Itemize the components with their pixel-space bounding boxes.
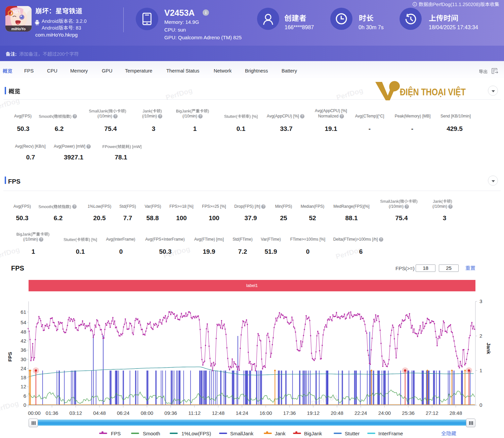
svg-text:12:48: 12:48 <box>212 410 225 416</box>
svg-text:08:00: 08:00 <box>141 410 154 416</box>
svg-text:61: 61 <box>20 309 26 315</box>
svg-text:18: 18 <box>20 375 26 380</box>
svg-text:Jank: Jank <box>486 343 492 354</box>
svg-text:27:12: 27:12 <box>426 410 438 416</box>
svg-text:24:00: 24:00 <box>378 410 391 416</box>
svg-text:28:48: 28:48 <box>450 410 462 416</box>
svg-text:16:00: 16:00 <box>259 410 272 416</box>
svg-text:22:24: 22:24 <box>354 410 367 416</box>
svg-text:6: 6 <box>24 393 26 399</box>
svg-text:54: 54 <box>20 320 26 325</box>
svg-text:FPS: FPS <box>7 352 13 361</box>
svg-text:14:24: 14:24 <box>236 410 248 416</box>
svg-text:24: 24 <box>20 366 26 371</box>
svg-text:25:36: 25:36 <box>402 410 415 416</box>
svg-text:30: 30 <box>20 356 26 362</box>
svg-text:ĐIỆN THOẠI VIỆT: ĐIỆN THOẠI VIỆT <box>400 86 466 97</box>
svg-text:0: 0 <box>479 402 482 408</box>
svg-text:04:48: 04:48 <box>93 410 106 416</box>
svg-text:06:24: 06:24 <box>117 410 130 416</box>
svg-text:01:36: 01:36 <box>46 410 58 416</box>
svg-text:17:36: 17:36 <box>283 410 296 416</box>
svg-text:3: 3 <box>479 298 482 304</box>
svg-text:48: 48 <box>20 329 26 335</box>
svg-text:11:12: 11:12 <box>188 410 201 416</box>
svg-text:12: 12 <box>20 384 26 389</box>
svg-text:miHoYo: miHoYo <box>11 27 26 31</box>
svg-text:09:36: 09:36 <box>164 410 177 416</box>
svg-text:19:12: 19:12 <box>307 410 320 416</box>
svg-text:2: 2 <box>479 333 482 339</box>
svg-text:20:48: 20:48 <box>331 410 343 416</box>
svg-text:36: 36 <box>20 347 26 353</box>
svg-text:0: 0 <box>24 402 26 408</box>
svg-text:1: 1 <box>479 368 482 373</box>
svg-text:42: 42 <box>20 338 26 344</box>
svg-text:03:12: 03:12 <box>70 410 82 416</box>
svg-text:00:00: 00:00 <box>28 410 41 416</box>
